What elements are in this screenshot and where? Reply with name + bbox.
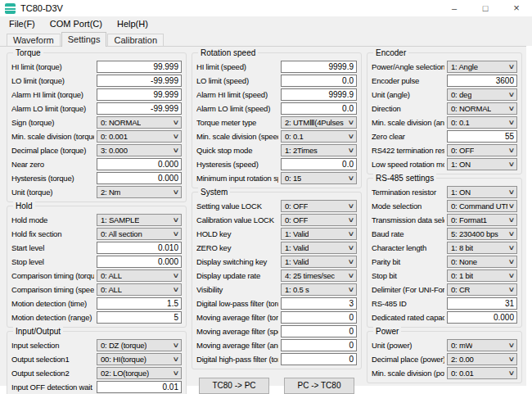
baud-rate-select[interactable]: 5: 230400 bps∨: [447, 228, 517, 240]
hi-limit-torque-input[interactable]: 99.999: [97, 61, 182, 73]
delimiter-for-uni-format-select[interactable]: 0: CR∨: [447, 283, 517, 296]
moving-average-filter-speed-label: Moving average filter (speed): [196, 327, 278, 336]
dedicated-rated-capacity-input[interactable]: 0.000: [447, 311, 517, 324]
chevron-down-icon: ∨: [348, 216, 355, 224]
alarm-hi-limit-speed-input[interactable]: 9999.9: [281, 88, 357, 101]
termination-resistor-select[interactable]: 1: ON∨: [447, 186, 517, 198]
pc-to-tc80-button[interactable]: PC -> TC80: [284, 378, 354, 394]
lo-limit-torque-input[interactable]: -99.999: [97, 75, 182, 87]
min-scale-division-power-select[interactable]: 0: 0.01∨: [447, 367, 517, 379]
minimum-input-rotation-speed-select[interactable]: 0: 15∨: [281, 172, 357, 184]
selected-value: 0: All section: [101, 229, 142, 238]
mode-selection-select[interactable]: 0: Command UTM/∨: [447, 200, 517, 212]
transmission-data-selection-select[interactable]: 0: Format1∨: [447, 214, 517, 226]
alarm-lo-limit-torque-input[interactable]: -99.999: [97, 102, 182, 115]
display-update-rate-select[interactable]: 4: 25 times/sec∨: [281, 269, 357, 282]
unit-torque-select[interactable]: 2: Nm∨: [97, 186, 182, 198]
decimal-place-torque-label: Decimal place (torque): [11, 146, 94, 155]
visibility-select[interactable]: 1: 0.5 s∨: [281, 283, 357, 296]
chevron-down-icon: ∨: [173, 230, 180, 238]
alarm-hi-limit-torque-input[interactable]: 99.999: [97, 88, 182, 101]
chevron-down-icon: ∨: [508, 63, 516, 70]
parity-bit-select[interactable]: 0: None∨: [447, 256, 517, 268]
zero-key-select[interactable]: 1: Valid∨: [281, 242, 357, 254]
encoder-pulse-input[interactable]: 3600: [447, 75, 517, 87]
lo-limit-speed-input[interactable]: 0.0: [281, 75, 357, 87]
rs-485-id-input[interactable]: 31: [447, 297, 517, 310]
start-level-input[interactable]: 0.010: [97, 242, 182, 254]
unit-power-label: Unit (power): [372, 341, 444, 350]
setting-value-lock-select[interactable]: 0: OFF∨: [281, 200, 357, 212]
display-switching-key-select[interactable]: 1: Valid∨: [281, 256, 357, 268]
column-right: EncoderPower/Angle selection1: Angle∨Enc…: [367, 52, 522, 386]
selected-value: 0: NORMAL: [101, 118, 141, 127]
menu-com-port[interactable]: COM Port(C): [43, 16, 110, 32]
output-selection1-select[interactable]: 00: HI(torque)∨: [97, 353, 182, 365]
power-angle-selection-select[interactable]: 1: Angle∨: [447, 61, 517, 73]
maximize-button[interactable]: □: [470, 0, 501, 16]
output-selection2-select[interactable]: 02: LO(torque)∨: [97, 367, 182, 379]
field-row: Display switching key1: Valid∨: [196, 255, 357, 269]
alarm-lo-limit-speed-input[interactable]: 0.0: [281, 102, 357, 115]
tab-settings[interactable]: Settings: [61, 32, 107, 47]
menu-file[interactable]: File(F): [2, 16, 43, 32]
stop-level-input[interactable]: 0.000: [97, 256, 182, 268]
rs422-termination-resistor-select[interactable]: 0: OFF∨: [447, 144, 517, 156]
unit-angle-select[interactable]: 0: deg∨: [447, 88, 517, 101]
hold-key-select[interactable]: 1: Valid∨: [281, 228, 357, 240]
digital-high-pass-filter-torque-input[interactable]: 0: [281, 353, 357, 365]
min-scale-division-angle-select[interactable]: 0: 0.1∨: [447, 116, 517, 129]
tab-calibration[interactable]: Calibration: [107, 34, 164, 46]
decimal-place-power-select[interactable]: 2: 0.00∨: [447, 353, 517, 365]
min-scale-division-torque-select[interactable]: 0: 0.001∨: [97, 130, 182, 143]
torque-meter-type-select[interactable]: 2: UTMⅢ(4Pulses∨: [281, 116, 357, 129]
comparison-timing-torque-select[interactable]: 0: ALL∨: [97, 269, 182, 282]
field-row: RS-485 ID31: [372, 297, 517, 310]
direction-select[interactable]: 0: NORMAL∨: [447, 102, 517, 115]
stop-level-label: Stop level: [11, 257, 94, 266]
decimal-place-torque-select[interactable]: 3: 0.000∨: [97, 144, 182, 156]
selected-value: 0: 15: [285, 174, 301, 183]
zero-clear-input[interactable]: 55: [447, 130, 517, 143]
digital-low-pass-filter-torque-input[interactable]: 3: [281, 297, 357, 310]
tab-waveform[interactable]: Waveform: [7, 34, 61, 46]
chevron-down-icon: ∨: [348, 244, 355, 251]
output-selection1-label: Output selection1: [11, 355, 94, 364]
character-length-select[interactable]: 1: 8 bit∨: [447, 242, 517, 254]
calibration-value-lock-select[interactable]: 0: OFF∨: [281, 214, 357, 226]
moving-average-filter-torque-input[interactable]: 0: [281, 311, 357, 324]
near-zero-input[interactable]: 0.000: [97, 158, 182, 170]
comparison-timing-speed-select[interactable]: 0: ALL∨: [97, 283, 182, 296]
field-row: Output selection100: HI(torque)∨: [11, 352, 182, 366]
chevron-down-icon: ∨: [508, 258, 516, 265]
field-row: Unit (torque)2: Nm∨: [11, 185, 182, 199]
sign-torque-select[interactable]: 0: NORMAL∨: [97, 116, 182, 129]
selected-value: 0: CR: [451, 285, 470, 294]
app-icon[interactable]: [5, 3, 16, 14]
motion-detection-time-input[interactable]: 1.5: [97, 297, 182, 310]
selected-value: 3: 0.000: [101, 146, 128, 155]
quick-stop-mode-select[interactable]: 1: 2Times∨: [281, 144, 357, 156]
menu-help[interactable]: Help(H): [110, 16, 156, 32]
hold-mode-select[interactable]: 1: SAMPLE∨: [97, 214, 182, 226]
selected-value: 0: ALL: [101, 285, 122, 294]
tc80-to-pc-button[interactable]: TC80 -> PC: [199, 378, 269, 394]
min-scale-division-speed-select[interactable]: 0: 0.1∨: [281, 130, 357, 143]
close-button[interactable]: ×: [501, 0, 532, 16]
hysteresis-speed-input[interactable]: 0.0: [281, 158, 357, 170]
input-selection-select[interactable]: 0: DZ (torque)∨: [97, 339, 182, 351]
group-title: Input/Output: [13, 327, 63, 336]
hi-limit-speed-input[interactable]: 9999.9: [281, 61, 357, 73]
input-off-detection-wait-time-input[interactable]: 0.01: [97, 381, 182, 393]
moving-average-filter-speed-input[interactable]: 0: [281, 325, 357, 337]
moving-average-filter-angle-input[interactable]: 0: [281, 339, 357, 351]
stop-bit-select[interactable]: 0: 1 bit∨: [447, 269, 517, 282]
motion-detection-range-input[interactable]: 5: [97, 311, 182, 324]
low-speed-rotation-mode-select[interactable]: 1: ON∨: [447, 158, 517, 170]
minimize-button[interactable]: –: [439, 0, 470, 16]
selected-value: 1: ON: [451, 188, 471, 197]
hysteresis-torque-input[interactable]: 0.000: [97, 172, 182, 184]
unit-power-select[interactable]: 0: mW∨: [447, 339, 517, 351]
hold-fix-section-select[interactable]: 0: All section∨: [97, 228, 182, 240]
field-row: Moving average filter (torque)0: [196, 310, 357, 324]
